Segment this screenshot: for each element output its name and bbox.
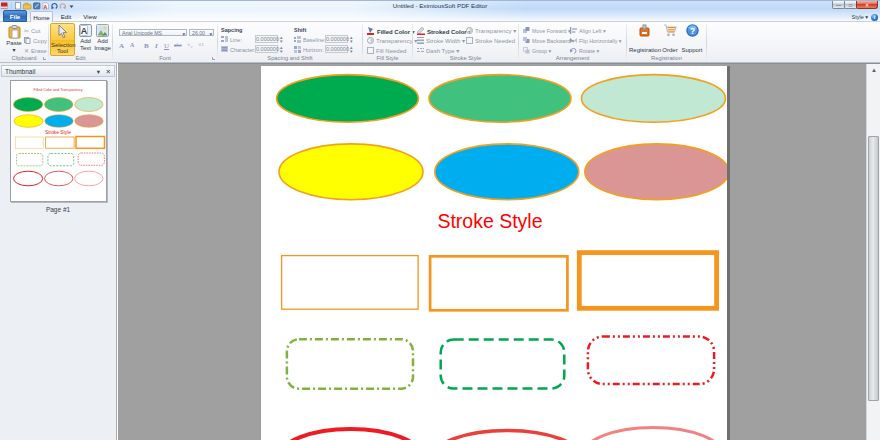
svg-text:A: A	[81, 26, 88, 36]
svg-text:Filled Color and Transparency: Filled Color and Transparency	[33, 88, 82, 92]
svg-text:A: A	[44, 4, 48, 10]
svg-text:Stroke Style: Stroke Style	[45, 130, 71, 135]
svg-text:?: ?	[689, 26, 694, 36]
svg-text:Stroke Style: Stroke Style	[437, 210, 542, 232]
